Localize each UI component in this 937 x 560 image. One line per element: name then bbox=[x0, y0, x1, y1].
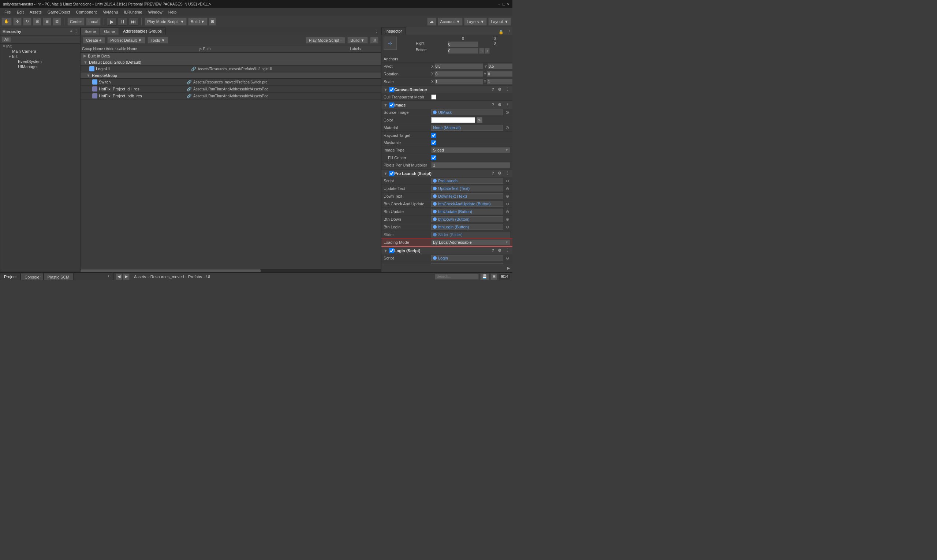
script-pick[interactable]: ⊙ bbox=[505, 178, 510, 184]
settings-icon[interactable]: ⚙ bbox=[497, 102, 503, 108]
image-header[interactable]: ▼ Image ? ⚙ ⋮ bbox=[382, 101, 512, 109]
pause-button[interactable]: ⏸ bbox=[118, 18, 128, 26]
tab-scene[interactable]: Scene bbox=[80, 28, 100, 35]
login-script-field[interactable]: Login bbox=[431, 255, 503, 261]
tool-rotate[interactable]: ↻ bbox=[23, 18, 31, 26]
tab-console[interactable]: Console bbox=[20, 273, 43, 280]
cull-checkbox[interactable] bbox=[431, 94, 436, 100]
lock-icon[interactable]: 🔒 bbox=[497, 29, 505, 35]
scrollbar-thumb[interactable] bbox=[80, 269, 261, 272]
layers-dropdown[interactable]: Layers ▼ bbox=[464, 18, 487, 26]
addr-item-loginui[interactable]: LoginUI 🔗 Assets/Resources_moved/Prefabs… bbox=[80, 66, 381, 72]
slider-field[interactable]: Slider (Slider) bbox=[431, 232, 510, 237]
tab-addressables[interactable]: Addressables Groups bbox=[119, 28, 166, 35]
next-btn[interactable]: ▶ bbox=[123, 274, 129, 280]
layout-dropdown[interactable]: Layout ▼ bbox=[488, 18, 511, 26]
update-text-pick[interactable]: ⊙ bbox=[505, 186, 510, 191]
menu-icon[interactable]: ⋮ bbox=[506, 29, 512, 35]
addr-item-hotfix-pdb[interactable]: HotFix_Project_pdb_res 🔗 Assets/ILRunTim… bbox=[80, 92, 381, 100]
tab-plastic-scm[interactable]: Plastic SCM bbox=[43, 273, 74, 280]
hierarchy-item-uimanager[interactable]: UIManager bbox=[0, 64, 80, 69]
settings-icon[interactable]: ⚙ bbox=[497, 87, 503, 92]
rot-x-input[interactable] bbox=[434, 71, 483, 77]
tab-inspector[interactable]: Inspector bbox=[382, 28, 406, 35]
breadcrumb-resources[interactable]: Resources_moved bbox=[151, 274, 184, 279]
btn-down-pick[interactable]: ⊙ bbox=[505, 217, 510, 222]
scale-x-input[interactable] bbox=[434, 79, 483, 85]
hierarchy-add-btn[interactable]: + bbox=[70, 29, 72, 34]
image-checkbox[interactable] bbox=[389, 103, 394, 108]
maximize-btn[interactable]: □ bbox=[503, 2, 505, 6]
tool-transform[interactable]: ⊠ bbox=[53, 18, 61, 26]
color-picker-btn[interactable]: ✎ bbox=[477, 117, 482, 123]
loading-mode-dropdown[interactable]: By Local Addressable ▼ bbox=[431, 239, 510, 245]
breadcrumb-prefabs[interactable]: Prefabs bbox=[188, 274, 202, 279]
addr-item-hotfix-dll[interactable]: HotFix_Project_dll_res 🔗 Assets/ILRunTim… bbox=[80, 86, 381, 92]
help-icon[interactable]: ? bbox=[491, 248, 495, 253]
login-script-checkbox[interactable] bbox=[389, 248, 394, 253]
pivot-y-input[interactable] bbox=[488, 63, 512, 69]
maskable-checkbox[interactable] bbox=[431, 140, 436, 145]
image-type-dropdown[interactable]: Sliced ▼ bbox=[431, 147, 510, 153]
build-btn[interactable]: Build ▼ bbox=[188, 18, 207, 26]
local-toggle[interactable]: Local bbox=[86, 18, 101, 26]
btn-check-field[interactable]: btnCheckAndUpdate (Button) bbox=[431, 201, 503, 207]
bottom-input[interactable] bbox=[448, 48, 479, 54]
menu-help[interactable]: Help bbox=[165, 9, 180, 15]
pivot-x-input[interactable] bbox=[434, 63, 483, 69]
more-icon[interactable]: ⋮ bbox=[504, 87, 510, 92]
inspector-bottom-icon[interactable]: ▶ bbox=[506, 265, 511, 271]
pivot-toggle[interactable]: Center bbox=[67, 18, 85, 26]
save-icon-btn[interactable]: 💾 bbox=[480, 274, 489, 280]
anchor-icon[interactable]: ⊹ bbox=[383, 37, 397, 50]
breadcrumb-ui[interactable]: UI bbox=[206, 274, 211, 279]
tool-move[interactable]: ✛ bbox=[13, 18, 22, 26]
raycast-checkbox[interactable] bbox=[431, 133, 436, 138]
scale-y-input[interactable] bbox=[487, 79, 512, 85]
build-dropdown-btn[interactable]: Build ▼ bbox=[347, 37, 368, 43]
more-icon[interactable]: ⋮ bbox=[504, 171, 510, 176]
more-icon[interactable]: ⋮ bbox=[504, 102, 510, 108]
addr-item-switch[interactable]: Switch 🔗 Assets/Resources_moved/Prefabs/… bbox=[80, 79, 381, 86]
hierarchy-menu-btn[interactable]: ⋮ bbox=[74, 29, 78, 34]
create-btn[interactable]: Create + bbox=[83, 37, 105, 43]
menu-window[interactable]: Window bbox=[145, 9, 165, 15]
tool-rect[interactable]: ⊟ bbox=[43, 18, 51, 26]
settings-icon[interactable]: ⚙ bbox=[497, 248, 503, 253]
canvas-renderer-header[interactable]: ▼ Canvas Renderer ? ⚙ ⋮ bbox=[382, 86, 512, 93]
tool-hand[interactable]: ✋ bbox=[2, 18, 12, 26]
group-remote[interactable]: ▼ RemoteGroup bbox=[80, 72, 381, 79]
source-image-field[interactable]: UIMask bbox=[431, 109, 503, 115]
group-built-in[interactable]: ▶ Built In Data bbox=[80, 53, 381, 59]
breadcrumb-assets[interactable]: Assets bbox=[134, 274, 146, 279]
menu-assets[interactable]: Assets bbox=[27, 9, 45, 15]
settings-icon[interactable]: ⚙ bbox=[497, 171, 503, 176]
play-mode-script[interactable]: Play Mode Script - ▼ bbox=[145, 18, 187, 26]
btn-login-field[interactable]: btnLogin (Button) bbox=[431, 224, 503, 230]
tab-more-btn[interactable]: ⋮ bbox=[104, 274, 113, 280]
btn-update-field[interactable]: btnUpdate (Button) bbox=[431, 209, 503, 214]
down-text-pick[interactable]: ⊙ bbox=[505, 194, 510, 199]
pro-launch-header[interactable]: ▼ Pro Launch (Script) ? ⚙ ⋮ bbox=[382, 169, 512, 177]
profile-btn[interactable]: Profile: Default ▼ bbox=[107, 37, 145, 43]
login-script-pick[interactable]: ⊙ bbox=[505, 255, 510, 261]
material-field[interactable]: None (Material) bbox=[431, 125, 503, 131]
right-input[interactable] bbox=[448, 42, 479, 47]
account-dropdown[interactable]: Account ▼ bbox=[438, 18, 463, 26]
pro-launch-checkbox[interactable] bbox=[389, 171, 394, 176]
menu-file[interactable]: File bbox=[2, 9, 14, 15]
group-default-local[interactable]: ▼ Default Local Group (Default) bbox=[80, 59, 381, 66]
minimize-btn[interactable]: − bbox=[498, 2, 500, 6]
btn-down-field[interactable]: btnDown (Button) bbox=[431, 216, 503, 222]
menu-edit[interactable]: Edit bbox=[14, 9, 27, 15]
addr-scrollbar[interactable] bbox=[80, 269, 381, 272]
hierarchy-item-eventsystem[interactable]: EventSystem bbox=[0, 59, 80, 64]
stretch-h-btn[interactable]: ↔ bbox=[479, 48, 484, 54]
stretch-v-btn[interactable]: ↕ bbox=[485, 48, 490, 54]
update-text-field[interactable]: UpdateText (Text) bbox=[431, 186, 503, 191]
prev-btn[interactable]: ◀ bbox=[115, 274, 122, 280]
help-icon[interactable]: ? bbox=[491, 87, 495, 92]
cloud-btn[interactable]: ☁ bbox=[427, 18, 436, 26]
tool-scale[interactable]: ⊞ bbox=[33, 18, 42, 26]
menu-mymenu[interactable]: MyMenu bbox=[100, 9, 121, 15]
